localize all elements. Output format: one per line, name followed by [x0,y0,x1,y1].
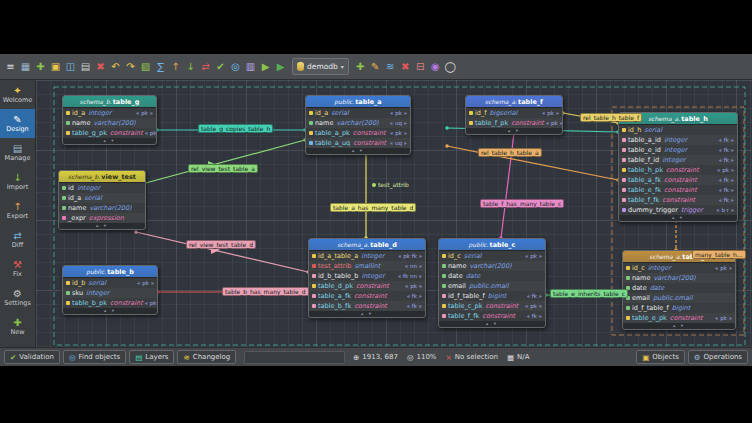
table-collapse-icons[interactable]: ▴ ▾ [306,148,410,154]
zoom-level[interactable]: ◎ 110% [407,353,437,362]
table-header[interactable]: schema_a.table_d [309,239,425,251]
delete-object-icon[interactable]: ✖ [398,58,413,76]
relationship-label[interactable]: rel_view_test_table_d [186,240,256,249]
table-row[interactable]: table_d_pkconstraint« pk » [309,281,425,291]
relationship-label[interactable]: table_f_has_many_table_c [480,199,564,208]
main-menu-icon[interactable]: ≡ [3,58,18,76]
table-row[interactable]: table_a_fkconstraint« fk » [619,175,737,185]
new-model-icon[interactable]: ✚ [33,58,48,76]
table-row[interactable]: emailpublic.email [623,293,735,303]
table-table_a[interactable]: public.table_aid_aserial« pk »namevarcha… [305,95,411,155]
source-code-icon[interactable]: ≋ [383,58,398,76]
table-header[interactable]: schema_b.table_g [63,96,156,108]
table-row[interactable]: table_f_pkconstraint« pk » [466,118,562,128]
run-validation-icon[interactable]: ▶ [273,58,288,76]
table-row[interactable]: id_hserial [619,125,737,135]
redo-icon[interactable]: ↷ [123,58,138,76]
relationship-label[interactable]: table_e_inherits_table_c [550,289,628,298]
sidebar-item-export[interactable]: ↑Export [0,196,35,225]
table-collapse-icons[interactable]: ▴ ▾ [619,215,737,221]
table-header[interactable]: public.table_b [63,266,157,278]
model-validation-icon[interactable]: ✔ [213,58,228,76]
table-row[interactable]: table_b_pkconstraint« pk » [63,298,157,308]
table-row[interactable]: namevarchar(200)« uq » [306,118,410,128]
table-table_c[interactable]: public.table_cid_cserial« pk »namevarcha… [438,238,546,328]
table-row[interactable]: id_aserial« pk » [306,108,410,118]
table-row[interactable]: id_aserial [59,193,145,203]
table-row[interactable]: table_g_pkconstraint« pk » [63,128,156,138]
table-row[interactable]: id_cserial« pk » [439,251,545,261]
table-row[interactable]: datedate [623,283,735,293]
find-object-icon[interactable]: ◎ [228,58,243,76]
export-image-icon[interactable]: ▧ [138,58,153,76]
table-table_f[interactable]: schema_a.table_fid_fbigserial« pk »table… [465,95,563,135]
table-collapse-icons[interactable]: ▴ ▾ [466,128,562,134]
table-row[interactable]: table_c_pkconstraint« pk » [439,301,545,311]
arrange-windows-icon[interactable]: ▦ [18,58,33,76]
table-row[interactable]: table_a_fkconstraint« fk » [309,291,425,301]
table-collapse-icons[interactable]: ▴ ▾ [59,223,145,229]
table-row[interactable]: table_a_uqconstraint« uq » [306,138,410,148]
sidebar-item-diff[interactable]: ⇄Diff [0,225,35,254]
table-row[interactable]: table_h_pkconstraint« pk » [619,165,737,175]
table-header[interactable]: public.table_c [439,239,545,251]
table-table_d[interactable]: schema_a.table_did_a_table_ainteger« pk … [308,238,426,318]
table-row[interactable]: id_ainteger« pk » [63,108,156,118]
table-collapse-icons[interactable]: ▴ ▾ [309,311,425,317]
table-row[interactable]: table_e_fkconstraint« fk » [619,185,737,195]
donate-icon[interactable]: ◯ [443,58,458,76]
table-collapse-icons[interactable]: ▴ ▾ [623,323,735,329]
table-row[interactable]: table_f_fkconstraint« fk » [619,195,737,205]
statusbar-button-objects[interactable]: ▣Objects [636,350,685,364]
table-row[interactable]: id_b_table_binteger« fk nn » [309,271,425,281]
table-row[interactable]: namevarchar(200) [63,118,156,128]
save-model-icon[interactable]: ◫ [63,58,78,76]
relationship-line[interactable] [142,140,305,184]
open-model-icon[interactable]: ▣ [48,58,63,76]
relationship-label[interactable]: test_attrib [370,180,411,189]
sidebar-item-settings[interactable]: ⚙Settings [0,283,35,312]
statusbar-button-changelog[interactable]: ≋Changelog [177,350,236,364]
table-header[interactable]: schema_b.view_test [59,171,145,183]
sidebar-item-manage[interactable]: ▤Manage [0,138,35,167]
statusbar-button-validation[interactable]: ✔Validation [4,350,60,364]
table-row[interactable]: table_e_idinteger« fk » [619,145,737,155]
table-row[interactable]: emailpublic.email [439,281,545,291]
sidebar-item-new[interactable]: ✚New [0,312,35,341]
undo-icon[interactable]: ↶ [108,58,123,76]
table-row[interactable]: idinteger [59,183,145,193]
import-database-icon[interactable]: ↓ [183,58,198,76]
table-row[interactable]: dummy_triggertrigger« b r » [619,205,737,215]
relationship-label[interactable]: table_b_has_many_table_d [222,287,309,296]
relationship-line[interactable] [136,232,308,272]
table-header[interactable]: public.table_a [306,96,410,108]
table-row[interactable]: datedate [439,271,545,281]
export-database-icon[interactable]: ↑ [168,58,183,76]
run-sql-icon[interactable]: ▶ [258,58,273,76]
sidebar-item-design[interactable]: ✎Design [0,109,35,138]
statusbar-button-find-objects[interactable]: ◎Find objects [63,350,126,364]
table-row[interactable]: id_fbigserial« pk » [466,108,562,118]
relationship-label[interactable]: table_g_copies_table_h [198,124,273,133]
table-collapse-icons[interactable]: ▴ ▾ [439,321,545,327]
table-row[interactable]: skuinteger [63,288,157,298]
relationship-label[interactable]: rel_view_test_table_a [188,164,258,173]
sidebar-item-import[interactable]: ↓Import [0,167,35,196]
table-row[interactable]: id_f_table_fbigint [623,303,735,313]
table-collapse-icons[interactable]: ▴ ▾ [63,308,157,314]
table-row[interactable]: test_attribsmallint« nn » [309,261,425,271]
table-row[interactable]: id_f_table_fbigint« fk » [439,291,545,301]
table-row[interactable]: table_a_idinteger« fk » [619,135,737,145]
diagram-canvas[interactable]: schema_b.table_gid_ainteger« pk »namevar… [36,80,752,347]
relationship-label[interactable]: rel_table_h_table_a [478,148,542,157]
relationship-label[interactable]: table_a_has_many_table_d [330,203,416,212]
table-row[interactable]: namevarchar(200) [623,273,735,283]
sidebar-item-welcome[interactable]: ✦Welcome [0,80,35,109]
bug-report-icon[interactable]: ◉ [428,58,443,76]
statusbar-button-operations[interactable]: ⚙Operations [688,350,748,364]
statusbar-button-layers[interactable]: ▤Layers [129,350,174,364]
edit-object-icon[interactable]: ✎ [368,58,383,76]
table-row[interactable]: id_a_table_ainteger« pk fk » [309,251,425,261]
table-row[interactable]: _exprexpression [59,213,145,223]
table-row[interactable]: namevarchar(200) [439,261,545,271]
